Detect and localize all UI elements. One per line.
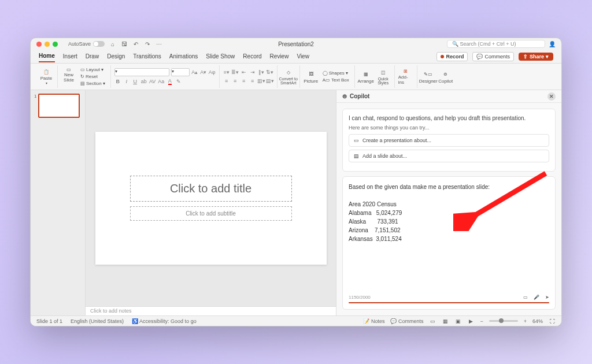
columns-icon[interactable]: ▥▾ xyxy=(258,77,265,84)
designer-button[interactable]: ✎▭Designer xyxy=(421,69,436,85)
bold-icon[interactable]: B xyxy=(114,78,121,85)
redo-icon[interactable]: ↷ xyxy=(144,40,151,47)
more-icon[interactable]: ⋯ xyxy=(156,40,162,47)
font-size-select[interactable]: ▾ xyxy=(171,68,190,76)
comments-button[interactable]: 💬 Comments xyxy=(472,52,514,61)
indent-more-icon[interactable]: ⇥ xyxy=(249,69,256,76)
text-direction-icon[interactable]: ⇅▾ xyxy=(267,69,273,76)
save-icon[interactable]: 🖫 xyxy=(121,40,128,47)
notes-pane[interactable]: Click to add notes xyxy=(86,306,336,315)
copilot-input-text[interactable]: Based on the given data make me a presen… xyxy=(349,183,549,291)
font-color-icon[interactable]: A xyxy=(166,78,173,85)
shapes-button[interactable]: ◯ Shapes ▾ xyxy=(321,70,351,76)
share-button[interactable]: ⇧ Share ▾ xyxy=(519,53,553,61)
spacing-icon[interactable]: Aa xyxy=(158,78,165,85)
copilot-ribbon-button[interactable]: ⊚Copilot xyxy=(438,69,453,85)
send-icon[interactable]: ➤ xyxy=(545,295,549,300)
tab-design[interactable]: Design xyxy=(107,51,125,62)
decrease-font-icon[interactable]: A▾ xyxy=(200,69,207,76)
copilot-input[interactable]: Based on the given data make me a presen… xyxy=(342,176,556,310)
italic-icon[interactable]: I xyxy=(123,78,130,85)
increase-font-icon[interactable]: A▴ xyxy=(191,69,198,76)
close-window-icon[interactable] xyxy=(36,42,42,47)
align-text-icon[interactable]: ▤▾ xyxy=(267,77,273,84)
font-family-select[interactable]: ▾ xyxy=(114,68,169,76)
clear-format-icon[interactable]: Aφ xyxy=(209,69,216,76)
mic-icon[interactable]: 🎤 xyxy=(534,295,539,300)
autosave-toggle[interactable]: AutoSave xyxy=(68,41,105,47)
convert-smartart-button[interactable]: ◇Convert to SmartArt xyxy=(281,69,296,85)
zoom-in-icon[interactable]: + xyxy=(524,318,527,324)
reset-button[interactable]: ↻ Reset xyxy=(79,73,107,80)
reading-view-icon[interactable]: ▣ xyxy=(454,318,461,325)
copilot-pane: ⊚ Copilot ✕ I can chat, respond to quest… xyxy=(336,90,561,315)
numbering-icon[interactable]: ≣▾ xyxy=(232,69,239,76)
record-button[interactable]: Record xyxy=(436,52,468,61)
smartart-group: ◇Convert to SmartArt xyxy=(278,65,300,88)
new-slide-button[interactable]: ▭New Slide xyxy=(61,66,76,83)
title-placeholder[interactable]: Click to add title xyxy=(130,176,292,202)
underline-icon[interactable]: U xyxy=(132,78,139,85)
align-left-icon[interactable]: ≡ xyxy=(223,77,230,84)
font-group: ▾ ▾ A▴ A▾ Aφ B I U ab AV Aa A ✎ xyxy=(111,65,220,88)
undo-icon[interactable]: ↶ xyxy=(132,40,139,47)
maximize-window-icon[interactable] xyxy=(53,42,58,47)
clipboard-icon: 📋 xyxy=(42,69,51,76)
tab-home[interactable]: Home xyxy=(39,50,55,62)
indent-less-icon[interactable]: ⇤ xyxy=(240,69,247,76)
line-spacing-icon[interactable]: ‖▾ xyxy=(258,69,265,76)
layout-button[interactable]: ▭ Layout ▾ xyxy=(79,66,107,73)
tab-draw[interactable]: Draw xyxy=(86,51,99,62)
textbox-button[interactable]: A▭ Text Box xyxy=(321,77,351,83)
bullets-icon[interactable]: ≡▾ xyxy=(223,69,230,76)
zoom-slider[interactable] xyxy=(489,320,518,322)
addins-button[interactable]: ⊞Add-ins xyxy=(398,69,413,85)
insert-group: 🖼Picture ◯ Shapes ▾ A▭ Text Box xyxy=(300,65,355,88)
align-right-icon[interactable]: ≡ xyxy=(240,77,247,84)
language-indicator[interactable]: English (United States) xyxy=(71,318,124,324)
slide-thumbnail-1[interactable] xyxy=(38,94,80,118)
normal-view-icon[interactable]: ▭ xyxy=(429,318,436,325)
tab-review[interactable]: Review xyxy=(270,51,289,62)
account-icon[interactable]: 👤 xyxy=(549,40,556,47)
slide-thumbnails: 1 xyxy=(31,90,86,315)
ribbon: 📋Paste▾ ▭New Slide ▭ Layout ▾ ↻ Reset ▤ … xyxy=(31,64,561,90)
suggestion-add-slide[interactable]: ▤Add a slide about... xyxy=(349,150,549,162)
zoom-out-icon[interactable]: − xyxy=(480,318,483,324)
tab-insert[interactable]: Insert xyxy=(63,51,77,62)
search-input[interactable]: 🔍 Search (Cmd + Ctrl + U) xyxy=(447,40,545,48)
tab-view[interactable]: View xyxy=(297,51,309,62)
slide-canvas[interactable]: Click to add title Click to add subtitle xyxy=(95,132,327,265)
paste-button[interactable]: 📋Paste▾ xyxy=(39,69,54,85)
highlight-icon[interactable]: ✎ xyxy=(175,78,182,85)
align-center-icon[interactable]: ≡ xyxy=(232,77,239,84)
fit-window-icon[interactable]: ⛶ xyxy=(549,318,556,325)
toggle-icon[interactable] xyxy=(93,41,105,47)
notes-toggle[interactable]: 📝 Notes xyxy=(363,318,384,324)
arrange-button[interactable]: ▦Arrange xyxy=(358,69,373,85)
attach-icon[interactable]: ▭ xyxy=(523,295,528,300)
section-button[interactable]: ▤ Section ▾ xyxy=(79,80,107,87)
tab-transitions[interactable]: Transitions xyxy=(133,51,161,62)
sorter-view-icon[interactable]: ▦ xyxy=(442,318,449,325)
window-controls[interactable] xyxy=(36,42,58,47)
shadow-icon[interactable]: AV xyxy=(149,78,156,85)
suggestion-create-presentation[interactable]: ▭Create a presentation about... xyxy=(349,134,549,147)
home-icon[interactable]: ⌂ xyxy=(109,40,116,47)
titlebar: AutoSave ⌂ 🖫 ↶ ↷ ⋯ Presentation2 🔍 Searc… xyxy=(31,38,561,50)
minimize-window-icon[interactable] xyxy=(45,42,50,47)
quickstyles-button[interactable]: ◫Quick Styles xyxy=(376,69,391,85)
slideshow-view-icon[interactable]: ▶ xyxy=(467,318,474,325)
accessibility-status[interactable]: ♿ Accessibility: Good to go xyxy=(132,318,197,324)
subtitle-placeholder[interactable]: Click to add subtitle xyxy=(130,206,292,221)
comments-toggle[interactable]: 💬 Comments xyxy=(390,318,423,324)
picture-button[interactable]: 🖼Picture xyxy=(304,69,319,85)
close-icon[interactable]: ✕ xyxy=(547,92,556,101)
tab-slideshow[interactable]: Slide Show xyxy=(206,51,235,62)
copilot-intro-card: I can chat, respond to questions, and he… xyxy=(342,109,556,172)
zoom-level[interactable]: 64% xyxy=(532,318,543,324)
justify-icon[interactable]: ≡ xyxy=(249,77,256,84)
tab-animations[interactable]: Animations xyxy=(169,51,198,62)
tab-record[interactable]: Record xyxy=(243,51,261,62)
strike-icon[interactable]: ab xyxy=(140,78,147,85)
